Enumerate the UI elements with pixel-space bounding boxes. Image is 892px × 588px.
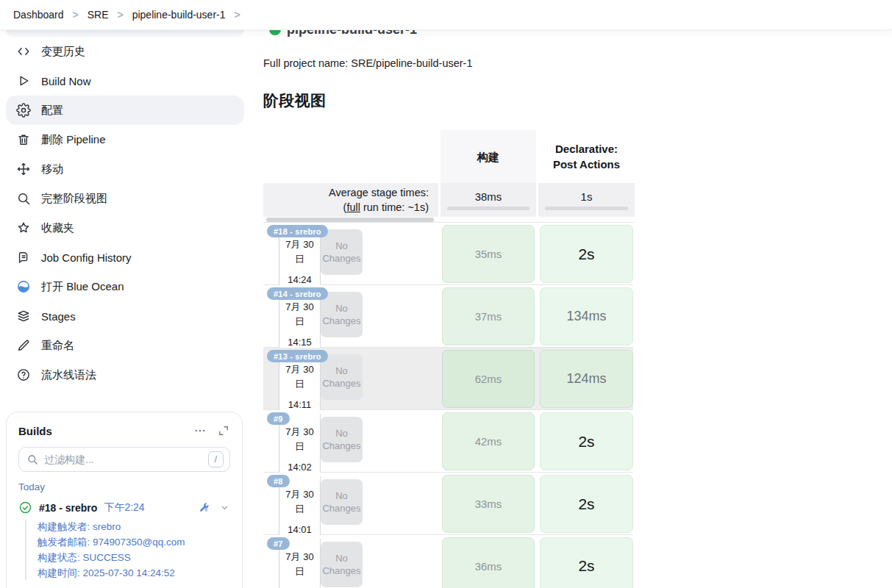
sidebar-item-delete-pipeline[interactable]: 删除 Pipeline bbox=[6, 125, 244, 154]
sidebar-item-label: 打开 Blue Ocean bbox=[41, 280, 124, 294]
code-icon bbox=[16, 44, 31, 59]
build-cell: #14 - srebro 7月 30 日 14:15 No Changes bbox=[263, 285, 438, 348]
build-badge[interactable]: #14 - srebro bbox=[267, 287, 328, 300]
stage-cell-build[interactable]: 36ms bbox=[440, 535, 536, 588]
sidebar-item-move[interactable]: 移动 bbox=[6, 154, 244, 184]
sidebar-item-rename[interactable]: 重命名 bbox=[6, 331, 244, 360]
average-cell-build: 38ms bbox=[440, 183, 536, 217]
column-header-post-actions: Declarative: Post Actions bbox=[538, 130, 635, 183]
wrench-icon[interactable] bbox=[198, 501, 210, 514]
sidebar-item-label: 流水线语法 bbox=[41, 368, 96, 382]
stage-cell-build[interactable]: 35ms bbox=[440, 223, 536, 285]
stage-cell-post-actions[interactable]: 2s bbox=[538, 473, 635, 535]
column-header-build: 构建 bbox=[440, 130, 536, 183]
pencil-icon bbox=[16, 338, 31, 353]
no-changes-label: No Changes bbox=[321, 479, 363, 525]
sidebar: 变更历史 Build Now 配置 删除 Pipeline 移动 完整阶段视图 … bbox=[6, 29, 244, 390]
sidebar-item-label: 配置 bbox=[41, 104, 63, 118]
build-timestamp[interactable]: 下午2:24 bbox=[104, 501, 144, 514]
stage-row: #13 - srebro 7月 30 日 14:11 No Changes 62… bbox=[263, 347, 633, 409]
sidebar-item-job-config-history[interactable]: Job Config History bbox=[6, 243, 244, 272]
build-details: 构建触发者: srebro触发者邮箱: 974907350@qq.com构建状态… bbox=[25, 520, 230, 580]
search-small-icon bbox=[26, 453, 38, 465]
stage-cell-build[interactable]: 37ms bbox=[440, 285, 536, 348]
build-cell: #13 - srebro 7月 30 日 14:11 No Changes bbox=[263, 348, 438, 410]
build-badge[interactable]: #13 - srebro bbox=[267, 350, 328, 362]
no-changes-label: No Changes bbox=[321, 292, 363, 337]
stage-row: #18 - srebro 7月 30 日 14:24 No Changes 35… bbox=[263, 222, 633, 284]
build-filter-input[interactable] bbox=[44, 453, 202, 465]
stage-cell-post-actions[interactable]: 2s bbox=[538, 410, 635, 473]
breadcrumb-item-pipeline[interactable]: pipeline-build-user-1 bbox=[132, 9, 226, 21]
breadcrumb-item-dashboard[interactable]: Dashboard bbox=[13, 9, 64, 21]
stage-cell-build[interactable]: 33ms bbox=[440, 473, 536, 535]
build-cell: #9 7月 30 日 14:02 No Changes bbox=[263, 410, 438, 473]
sidebar-item-label: Build Now bbox=[41, 75, 91, 87]
star-icon bbox=[16, 220, 31, 235]
sidebar-item-pipeline-syntax[interactable]: 流水线语法 bbox=[6, 360, 244, 390]
sidebar-item-build-now[interactable]: Build Now bbox=[6, 66, 244, 96]
average-cell-post-actions: 1s bbox=[538, 183, 635, 217]
no-changes-label: No Changes bbox=[321, 542, 363, 587]
expand-panel-icon[interactable] bbox=[217, 424, 230, 437]
build-cell: #8 7月 30 日 14:01 No Changes bbox=[263, 473, 438, 535]
success-check-icon bbox=[18, 501, 32, 514]
scrollbar-thumb[interactable] bbox=[266, 218, 434, 222]
build-badge[interactable]: #9 bbox=[267, 412, 290, 425]
build-list-item[interactable]: #18 - srebro 下午2:24 bbox=[18, 501, 230, 514]
build-detail-line: 构建时间: 2025-07-30 14:24:52 bbox=[38, 566, 230, 580]
sidebar-item-favorites[interactable]: 收藏夹 bbox=[6, 213, 244, 243]
build-detail-line: 构建状态: SUCCESS bbox=[38, 551, 230, 564]
sidebar-item-open-blue-ocean[interactable]: 打开 Blue Ocean bbox=[6, 272, 244, 301]
no-changes-label: No Changes bbox=[321, 417, 363, 462]
stage-cell-build[interactable]: 62ms bbox=[440, 348, 536, 410]
full-run-link[interactable]: full bbox=[346, 201, 360, 213]
sidebar-item-full-stage-view[interactable]: 完整阶段视图 bbox=[6, 184, 244, 213]
no-changes-label: No Changes bbox=[321, 229, 363, 275]
builds-group-label: Today bbox=[18, 481, 230, 492]
sidebar-item-label: 删除 Pipeline bbox=[41, 133, 106, 147]
stage-view-table: 构建 Declarative: Post Actions Average sta… bbox=[263, 130, 633, 588]
build-badge[interactable]: #8 bbox=[267, 475, 290, 487]
build-detail-line: 构建触发者: srebro bbox=[38, 520, 230, 534]
builds-panel: Builds / Today #18 - srebro 下午2:24 构建触发者… bbox=[6, 412, 243, 588]
sidebar-item-label: Stages bbox=[41, 310, 76, 323]
trash-icon bbox=[16, 132, 31, 147]
average-bar-post-actions bbox=[545, 207, 628, 210]
build-badge[interactable]: #7 bbox=[267, 537, 290, 550]
build-cell: #18 - srebro 7月 30 日 14:24 No Changes bbox=[263, 223, 438, 285]
sidebar-item-stages[interactable]: Stages bbox=[6, 301, 244, 331]
gear-icon bbox=[16, 103, 31, 118]
stage-row: #7 7月 30 日 No Changes 36ms 2s bbox=[263, 534, 633, 588]
breadcrumb-separator: > bbox=[235, 9, 240, 21]
sidebar-clipped-item bbox=[6, 29, 244, 37]
sidebar-item-label: 收藏夹 bbox=[41, 221, 74, 235]
stage-cell-post-actions[interactable]: 134ms bbox=[538, 285, 635, 348]
breadcrumb-separator: > bbox=[117, 9, 123, 21]
stage-cell-post-actions[interactable]: 124ms bbox=[538, 348, 635, 410]
chevron-down-icon[interactable] bbox=[219, 502, 230, 513]
build-name[interactable]: #18 - srebro bbox=[39, 502, 97, 514]
average-bar-build bbox=[447, 207, 529, 210]
builds-panel-title: Builds bbox=[18, 425, 52, 437]
sidebar-item-configure[interactable]: 配置 bbox=[6, 96, 244, 125]
stage-cell-build[interactable]: 42ms bbox=[440, 410, 536, 473]
stage-cell-post-actions[interactable]: 2s bbox=[538, 223, 635, 285]
build-cell: #7 7月 30 日 No Changes bbox=[263, 535, 438, 588]
table-scrollbar bbox=[263, 217, 633, 222]
build-detail-line: 触发者邮箱: 974907350@qq.com bbox=[38, 535, 230, 549]
stage-row: #9 7月 30 日 14:02 No Changes 42ms 2s bbox=[263, 409, 633, 472]
help-icon bbox=[16, 368, 31, 382]
breadcrumb-item-sre[interactable]: SRE bbox=[88, 9, 109, 21]
build-badge[interactable]: #18 - srebro bbox=[267, 225, 328, 237]
kebab-menu-icon[interactable] bbox=[193, 424, 207, 437]
blue-ocean-icon bbox=[16, 279, 31, 294]
full-project-name: Full project name: SRE/pipeline-build-us… bbox=[263, 57, 633, 69]
breadcrumb: Dashboard > SRE > pipeline-build-user-1 … bbox=[0, 0, 892, 29]
sidebar-item-label: 变更历史 bbox=[41, 45, 85, 59]
shortcut-key-badge: / bbox=[208, 451, 224, 467]
stage-cell-post-actions[interactable]: 2s bbox=[538, 535, 635, 588]
build-filter-field: / bbox=[18, 447, 230, 472]
sidebar-item-change-history[interactable]: 变更历史 bbox=[6, 37, 244, 66]
search-icon bbox=[16, 191, 31, 206]
